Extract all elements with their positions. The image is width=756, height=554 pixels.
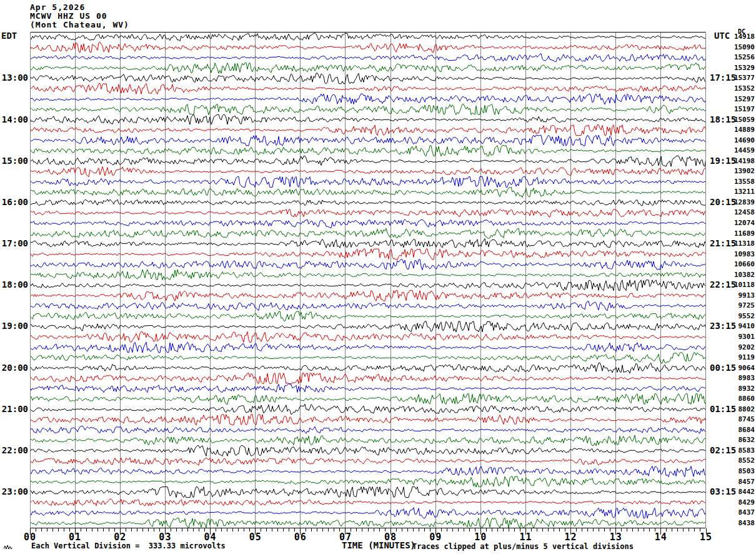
seismogram-trace-row [30,209,706,218]
seismogram-trace-row [30,42,706,53]
dc-offset-value: 15090 [724,44,755,51]
dc-offset-value: 8583 [724,447,755,455]
dc-offset-value: 9119 [724,354,755,361]
dc-offset-value: 15297 [724,96,755,103]
dc-offset-value: 15256 [724,54,755,61]
seismogram-trace-row [30,373,706,384]
left-hour-label: 13:00 [0,73,28,82]
x-tick-label: 04 [200,533,221,542]
dc-offset-value: 15197 [724,106,755,113]
dc-offset-value: 13211 [724,188,755,196]
x-tick-label: 09 [425,533,446,542]
left-hour-label: 23:00 [0,487,28,496]
seismogram-trace-row [30,518,706,528]
seismogram-trace-row [30,476,706,487]
x-tick-label: 02 [109,533,131,542]
dc-offset-value: 8983 [724,375,755,382]
dc-offset-value: 10660 [724,261,755,268]
seismogram-trace-row [30,321,706,332]
seismogram-plot [30,32,706,528]
seismogram-trace-row [30,146,706,156]
dc-offset-value: 13558 [724,178,755,186]
x-tick-label: 10 [470,533,491,542]
seismogram-trace-row [30,63,706,73]
seismogram-trace-row [30,466,706,477]
dc-offset-value: 12839 [724,199,755,206]
dc-offset-value: 8503 [724,468,755,475]
seismogram-trace-row [30,404,706,415]
dc-offset-value: 14918 [724,33,755,41]
dc-offset-value: 14198 [724,158,755,165]
seismogram-trace-row [30,84,706,94]
seismogram-trace-row [30,394,706,405]
left-hour-label: 20:00 [0,363,28,372]
dc-offset-value: 8802 [724,406,755,413]
seismogram-trace-row [30,280,706,291]
x-tick-label: 03 [154,533,176,542]
dc-offset-value: 8932 [724,385,755,393]
dc-offset-value: 8745 [724,416,755,423]
dc-offset-value: 8860 [724,395,755,403]
x-tick-label: 11 [515,533,536,542]
seismogram-trace-row [30,239,706,248]
seismogram-trace-row [30,508,706,518]
dc-offset-value: 9725 [724,302,755,310]
dc-offset-value: 11318 [724,240,755,248]
dc-offset-value: 15329 [724,64,755,72]
left-hour-label: 16:00 [0,198,28,206]
dc-offset-value: 8438 [724,520,755,527]
seismogram-trace-row [30,199,706,206]
x-tick-label: 14 [650,533,672,542]
left-timezone-label: EDT [1,31,17,41]
seismogram-trace-row [30,114,706,124]
station-code: MCWV HHZ US 00 [30,12,107,21]
dc-offset-value: 8457 [724,478,755,486]
seismogram-trace-row [30,167,706,177]
left-hour-label: 18:00 [0,280,28,289]
seismogram-trace-row [30,383,706,392]
seismogram-trace-row [30,342,706,353]
dc-offset-value: 12458 [724,209,755,216]
seismogram-trace-row [30,353,706,363]
dc-offset-value: 13902 [724,168,755,175]
dc-offset-value: 14889 [724,126,755,134]
seismogram-trace-row [30,104,706,115]
seismogram-trace-row [30,415,706,425]
seismogram-trace-row [30,487,706,498]
dc-offset-value: 8442 [724,488,755,496]
x-tick-label: 00 [19,533,41,542]
seismogram-trace-row [30,156,706,166]
left-hour-label: 17:00 [0,239,28,248]
x-tick-label: 06 [290,533,311,542]
dc-offset-value: 12074 [724,219,755,227]
seismogram-trace-row [30,187,706,198]
mini-waveform-icon [4,545,12,550]
seismogram-trace-row [30,94,706,104]
seismogram-trace-row [30,73,706,84]
seismogram-trace-row [30,228,706,238]
x-tick-label: 15 [695,533,717,542]
seismogram-trace-row [30,435,706,446]
seismogram-trace-row [30,259,706,270]
seismogram-trace-row [30,176,706,187]
dc-offset-value: 8552 [724,457,755,465]
x-tick-label: 13 [605,533,627,542]
x-tick-label: 05 [245,533,266,542]
x-axis-title: TIME (MINUTES) [337,540,420,550]
dc-offset-value: 14690 [724,137,755,144]
x-tick-label: 12 [560,533,582,542]
dc-offset-value: 15059 [724,116,755,124]
seismogram-trace-row [30,219,706,228]
dc-offset-value: 10983 [724,251,755,258]
seismogram-trace-row [30,249,706,259]
seismogram-trace-row [30,54,706,62]
helicorder-page: Apr 5,2026 MCWV HHZ US 00 (Mont Chateau,… [0,0,756,554]
seismogram-trace-row [30,125,706,136]
seismogram-trace-row [30,426,706,433]
dc-offset-value: 9552 [724,313,755,320]
dc-offset-value: 9410 [724,323,755,330]
left-hour-label: 15:00 [0,156,28,165]
dc-offset-value: 11689 [724,230,755,238]
dc-offset-value: 8684 [724,426,755,434]
dc-offset-value: 14459 [724,147,755,154]
